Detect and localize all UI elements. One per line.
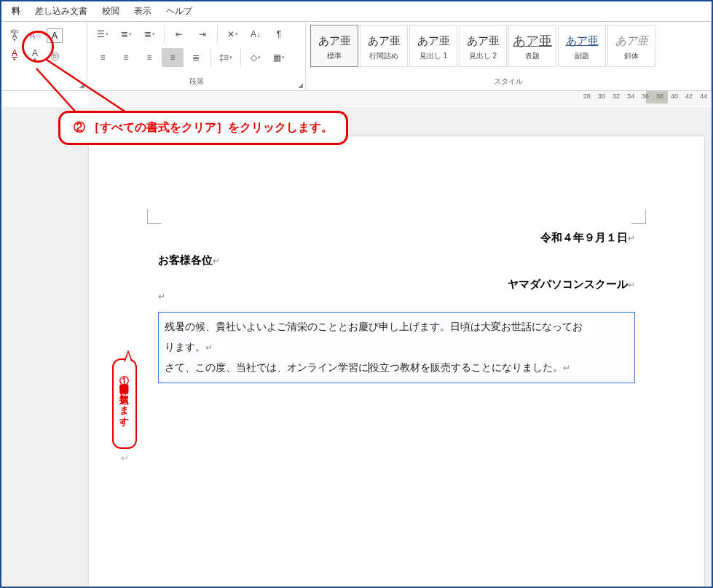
align-left-button[interactable]: ≡ xyxy=(92,48,114,67)
margin-corner-tl xyxy=(147,209,162,224)
tab-mailings[interactable]: 差し込み文書 xyxy=(28,2,95,20)
tab-view[interactable]: 表示 xyxy=(127,2,159,20)
return-mark: ↵ xyxy=(628,233,635,243)
annotation-side-tail xyxy=(124,350,133,361)
selected-paragraph[interactable]: 残暑の候、貴社いよいよご清栄のこととお慶び申し上げます。日頃は大変お世話になって… xyxy=(158,312,635,383)
return-mark: ↵ xyxy=(121,452,129,463)
font-group-label xyxy=(6,76,82,87)
body-line-3b[interactable]: 役立つ教材を販売することになりました。 xyxy=(369,362,563,373)
show-marks-button[interactable]: ¶ xyxy=(268,25,290,44)
tab-review[interactable]: 校閲 xyxy=(95,2,127,20)
ruler: 283032343638404244 xyxy=(89,91,712,106)
tab-partial[interactable]: 料 xyxy=(4,2,28,20)
numbering-button[interactable]: ≣▾ xyxy=(115,25,137,44)
annotation-side-text: ①游明朝部分を選択します。 xyxy=(119,367,130,430)
align-right-button[interactable]: ≡ xyxy=(138,48,160,67)
body-line-3a[interactable]: さて、この度、当社では、オンライン学習に xyxy=(165,362,369,373)
body-line-1[interactable]: 残暑の候、貴社いよいよご清栄のこととお慶び申し上げます。日頃は大変お世話になって… xyxy=(165,321,583,332)
style-italic[interactable]: あア亜斜体 xyxy=(607,25,655,67)
align-center-button[interactable]: ≡ xyxy=(115,48,137,67)
multilevel-list-button[interactable]: ≣▾ xyxy=(138,25,160,44)
increase-indent-button[interactable]: ⇥ xyxy=(192,25,213,44)
ruler-ticks: 283032343638404244 xyxy=(582,93,709,100)
doc-sender[interactable]: ヤマダパソコンスクール↵ xyxy=(158,278,635,291)
distributed-button[interactable]: ≣ xyxy=(185,48,207,67)
decrease-indent-button[interactable]: ⇤ xyxy=(168,25,190,44)
enclose-characters-button[interactable]: ㊞ xyxy=(47,48,64,64)
ribbon-tabs: 料 差し込み文書 校閲 表示 ヘルプ xyxy=(1,1,712,22)
paragraph-dialog-launcher[interactable]: ◢ xyxy=(298,82,303,89)
style-subtitle[interactable]: あア亜副題 xyxy=(558,25,606,67)
doc-addressee[interactable]: お客様各位↵ xyxy=(158,254,635,267)
line-spacing-button[interactable]: ‡≡▾ xyxy=(215,48,237,67)
document-page[interactable]: 令和４年９月１日↵ お客様各位↵ ヤマダパソコンスクール↵ ↵ 残暑の候、貴社い… xyxy=(89,136,704,588)
font-group: abcA▾ A◇ A A▾ A▾ ㊞ ◢ xyxy=(1,22,87,90)
annotation-main-callout: ② ［すべての書式をクリア］をクリックします。 xyxy=(58,111,348,145)
blank-line: ↵ xyxy=(158,291,635,302)
text-highlight-button[interactable]: A▾ xyxy=(26,48,44,64)
shading-button[interactable]: ◇▾ xyxy=(245,48,267,67)
annotation-side-callout: ①游明朝部分を選択します。 ↵ xyxy=(112,358,137,449)
style-nospacing[interactable]: あア亜行間詰め xyxy=(360,25,408,67)
justify-button[interactable]: ≡ xyxy=(162,48,184,67)
borders-button[interactable]: ▦▾ xyxy=(268,48,290,67)
asian-layout-button[interactable]: ✕▾ xyxy=(221,25,243,44)
style-heading1[interactable]: あア亜見出し 1 xyxy=(409,25,457,67)
font-dialog-launcher[interactable]: ◢ xyxy=(79,82,84,89)
ribbon: abcA▾ A◇ A A▾ A▾ ㊞ ◢ ☰▾ ≣▾ ≣▾ ⇤ ⇥ ✕▾ xyxy=(1,22,712,91)
style-normal[interactable]: あア亜標準 xyxy=(310,25,358,67)
return-mark: ↵ xyxy=(628,280,635,290)
paragraph-group-label: 段落 xyxy=(92,76,301,87)
tab-help[interactable]: ヘルプ xyxy=(159,2,200,20)
document-body[interactable]: 令和４年９月１日↵ お客様各位↵ ヤマダパソコンスクール↵ ↵ 残暑の候、貴社い… xyxy=(158,231,635,383)
annotation-main-text: ② ［すべての書式をクリア］をクリックします。 xyxy=(74,121,333,133)
clear-formatting-button[interactable]: A◇ xyxy=(26,28,44,44)
margin-corner-tr xyxy=(631,209,646,224)
character-border-button[interactable]: A xyxy=(47,28,63,43)
paragraph-group: ☰▾ ≣▾ ≣▾ ⇤ ⇥ ✕▾ A↓ ¶ ≡ ≡ ≡ ≡ ≣ ‡≡▾ ◇▾ xyxy=(87,22,306,90)
styles-group: あア亜標準 あア亜行間詰め あア亜見出し 1 あア亜見出し 2 あア亜表題 あア… xyxy=(306,22,712,90)
style-title[interactable]: あア亜表題 xyxy=(508,25,556,67)
body-line-2[interactable]: ります。 xyxy=(165,342,205,353)
document-workspace: 令和４年９月１日↵ お客様各位↵ ヤマダパソコンスクール↵ ↵ 残暑の候、貴社い… xyxy=(1,107,712,587)
style-heading2[interactable]: あア亜見出し 2 xyxy=(459,25,507,67)
font-color-button[interactable]: A▾ xyxy=(6,48,23,64)
style-gallery: あア亜標準 あア亜行間詰め あア亜見出し 1 あア亜見出し 2 あア亜表題 あア… xyxy=(310,25,655,67)
return-mark: ↵ xyxy=(213,256,220,266)
bullets-button[interactable]: ☰▾ xyxy=(92,25,114,44)
styles-group-label: スタイル xyxy=(310,76,706,87)
sort-button[interactable]: A↓ xyxy=(245,25,267,44)
phonetic-guide-button[interactable]: abcA▾ xyxy=(6,28,23,44)
doc-date[interactable]: 令和４年９月１日↵ xyxy=(158,231,635,245)
